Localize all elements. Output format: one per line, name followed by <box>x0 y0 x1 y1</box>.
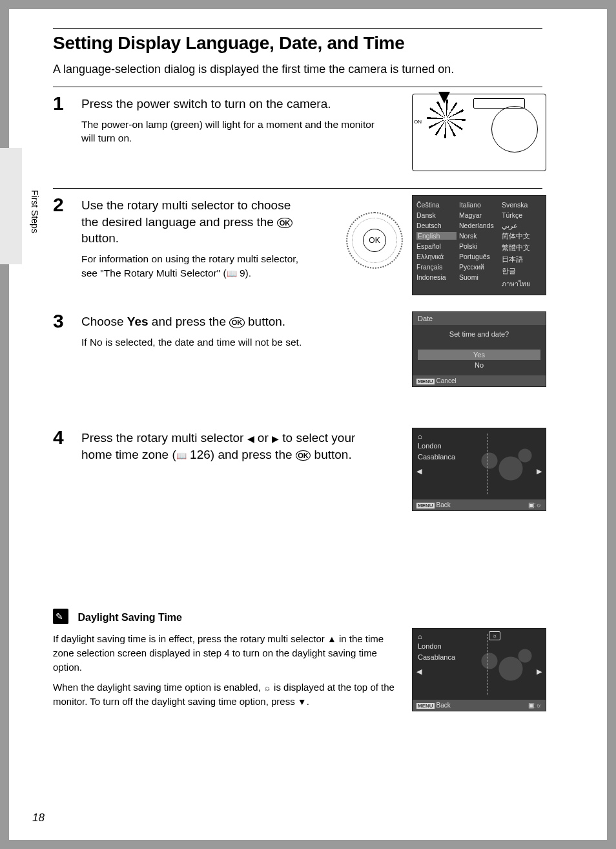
down-arrow-icon: ▼ <box>298 697 307 707</box>
left-arrow-icon: ◀ <box>416 467 422 476</box>
timezone-line <box>488 434 488 494</box>
home-icon: ⌂ <box>418 432 540 440</box>
lang-option: Indonesia <box>416 273 457 281</box>
lang-option: 简体中文 <box>502 232 542 241</box>
rotary-selector-illustration: OK <box>346 212 403 269</box>
book-icon <box>227 267 237 278</box>
world-map-icon <box>468 640 539 692</box>
dst-badge-icon: ☼ <box>489 631 500 640</box>
lang-option: Nederlands <box>459 222 499 229</box>
lang-option: 日本語 <box>502 255 542 264</box>
lang-option: Türkçe <box>502 211 542 219</box>
note-icon <box>53 609 68 624</box>
lang-option: ภาษาไทย <box>502 278 542 289</box>
note-paragraph: When the daylight saving time option is … <box>53 680 402 709</box>
lang-option: Norsk <box>459 232 499 240</box>
lang-option: English <box>416 232 457 240</box>
date-screen: Date Set time and date? Yes No MENUCance… <box>412 311 546 387</box>
lang-option: Dansk <box>416 211 457 219</box>
ok-icon: OK <box>296 450 311 461</box>
dst-hint-icon: ▣:☼ <box>528 501 542 508</box>
date-prompt: Set time and date? <box>418 330 540 338</box>
lang-option: Svenska <box>502 201 542 209</box>
page-number: 18 <box>32 812 45 824</box>
step-desc: If No is selected, the date and time wil… <box>81 335 385 350</box>
intro-text: A language-selection dialog is displayed… <box>53 63 542 76</box>
separator <box>53 188 542 189</box>
home-icon: ⌂ <box>418 633 540 640</box>
right-arrow-icon: ▶ <box>537 667 542 676</box>
note-daylight-saving: Daylight Saving Time If daylight saving … <box>53 609 542 709</box>
ok-button-illus: OK <box>363 229 386 252</box>
timezone-screen-dst: ⌂ ☼ London Casablanca ◀ ▶ MENUBack ▣:☼ <box>412 628 546 711</box>
step-desc: For information on using the rotary mult… <box>81 252 301 280</box>
step-title: Choose Yes and press the OK button. <box>81 313 385 330</box>
ok-icon: OK <box>229 317 245 328</box>
separator <box>53 87 542 87</box>
left-arrow-icon: ◀ <box>416 667 422 676</box>
step-number: 3 <box>53 311 72 331</box>
menu-cancel: MENUCancel <box>416 377 457 384</box>
step-title: Press the power switch to turn on the ca… <box>81 96 385 112</box>
no-option: No <box>418 360 540 370</box>
lang-option: عربي <box>502 222 542 229</box>
note-paragraph: If daylight saving time is in effect, pr… <box>53 632 402 674</box>
menu-back: MENUBack <box>416 501 451 508</box>
timezone-screen: ⌂ London Casablanca ◀ ▶ MENUBack ▣:☼ <box>412 428 546 511</box>
timezone-line <box>488 634 488 695</box>
left-arrow-icon: ◀ <box>247 434 254 444</box>
lang-option: Português <box>459 253 499 260</box>
rule <box>53 28 542 29</box>
note-title: Daylight Saving Time <box>77 612 182 624</box>
ok-icon: OK <box>277 218 293 229</box>
up-arrow-icon: ▲ <box>327 634 336 644</box>
lang-option: Čeština <box>416 201 457 209</box>
right-arrow-icon: ▶ <box>537 467 542 476</box>
menu-back: MENUBack <box>416 702 451 709</box>
step-desc: The power-on lamp (green) will light for… <box>81 118 385 145</box>
lcd-header: Date <box>413 312 546 325</box>
page-title: Setting Display Language, Date, and Time <box>53 33 542 54</box>
dst-glyph-icon: ☼ <box>263 683 271 693</box>
lang-option: Ελληνικά <box>416 253 457 260</box>
lang-option: Français <box>416 263 457 271</box>
right-arrow-icon: ▶ <box>272 434 279 444</box>
step-title: Press the rotary multi selector ◀ or ▶ t… <box>81 430 385 463</box>
lang-option: Suomi <box>459 273 499 281</box>
book-icon <box>176 448 187 461</box>
dst-hint-icon: ▣:☼ <box>528 702 542 709</box>
step-number: 1 <box>53 94 72 113</box>
lang-option: 繁體中文 <box>502 244 542 253</box>
world-map-icon <box>468 440 539 492</box>
on-label: ON <box>414 119 422 125</box>
lang-option: Polski <box>459 242 499 250</box>
lang-option: Español <box>416 242 457 250</box>
camera-illustration: ON <box>412 94 546 171</box>
sidebar-tab <box>0 148 22 264</box>
lang-option: Magyar <box>459 211 499 219</box>
lang-option: Deutsch <box>416 222 457 229</box>
step-title: Use the rotary multi selector to choose … <box>81 197 301 247</box>
sidebar-section-label: First Steps <box>30 190 40 233</box>
lang-option: Italiano <box>459 201 499 209</box>
power-arrow-icon <box>438 92 450 103</box>
step-number: 2 <box>53 195 72 215</box>
step-number: 4 <box>53 428 72 447</box>
lang-option: 한글 <box>502 267 542 276</box>
lang-option: Русский <box>459 263 499 271</box>
yes-option: Yes <box>418 350 540 360</box>
language-screen: ČeštinaDanskDeutschEnglishEspañolΕλληνικ… <box>412 195 546 295</box>
camera-top-bar <box>473 98 525 109</box>
